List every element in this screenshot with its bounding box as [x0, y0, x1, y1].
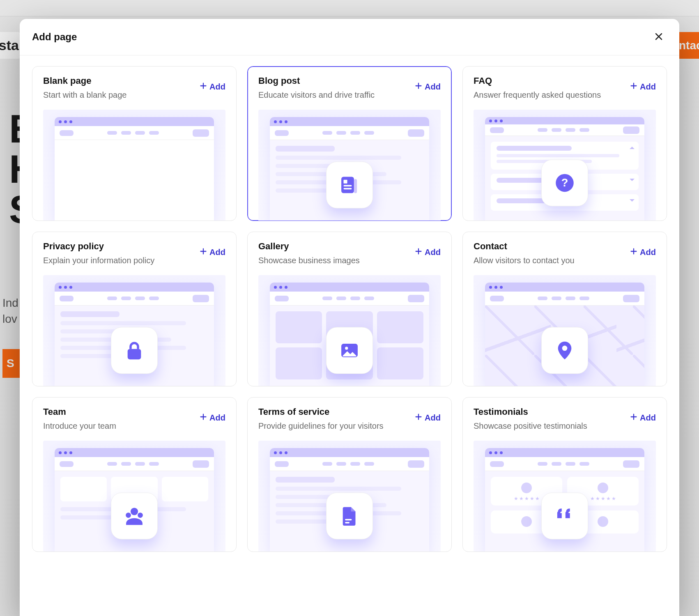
- card-text: FAQAnswer frequently asked questions: [474, 76, 601, 101]
- preview-icon-chip: [326, 161, 373, 208]
- preview-icon-chip: ?: [541, 159, 588, 206]
- doc-icon: [337, 503, 362, 528]
- template-card[interactable]: Blank pageStart with a blank pageAdd: [32, 66, 237, 221]
- card-subtitle: Educate visitors and drive traffic: [258, 90, 375, 101]
- preview-nav: [55, 457, 214, 471]
- template-card[interactable]: TeamIntroduce your teamAdd: [32, 397, 237, 552]
- card-text: Blog postEducate visitors and drive traf…: [258, 76, 375, 101]
- add-label: Add: [209, 413, 225, 423]
- preview-titlebar: [55, 117, 214, 126]
- template-card[interactable]: ContactAllow visitors to contact youAdd: [462, 232, 667, 386]
- template-card[interactable]: FAQAnswer frequently asked questionsAdd?: [462, 66, 667, 221]
- add-button[interactable]: Add: [199, 81, 225, 92]
- quote-icon: [552, 503, 577, 528]
- preview-icon-chip: [541, 327, 588, 374]
- template-card[interactable]: Terms of serviceProvide guidelines for y…: [247, 397, 452, 552]
- svg-point-11: [131, 508, 138, 515]
- add-button[interactable]: Add: [629, 412, 656, 423]
- template-card[interactable]: Blog postEducate visitors and drive traf…: [247, 66, 452, 221]
- plus-icon: [414, 412, 423, 423]
- card-title: Team: [43, 407, 116, 417]
- card-subtitle: Showcase positive testimonials: [474, 421, 587, 432]
- add-page-modal: Add page Blank pageStart with a blank pa…: [20, 19, 679, 616]
- plus-icon: [414, 81, 423, 92]
- lock-icon: [122, 338, 147, 363]
- template-card[interactable]: Privacy policyExplain your information p…: [32, 232, 237, 386]
- card-title: Blog post: [258, 76, 375, 86]
- plus-icon: [414, 247, 423, 258]
- card-subtitle: Allow visitors to contact you: [474, 255, 575, 266]
- svg-point-10: [562, 346, 568, 351]
- add-label: Add: [640, 248, 656, 257]
- card-head: GalleryShowcase business imagesAdd: [258, 241, 441, 266]
- modal-title: Add page: [32, 31, 77, 43]
- image-icon: [337, 338, 362, 363]
- svg-rect-3: [344, 188, 352, 190]
- plus-icon: [629, 247, 638, 258]
- svg-point-12: [126, 513, 131, 518]
- plus-icon: [629, 412, 638, 423]
- add-button[interactable]: Add: [629, 247, 656, 258]
- card-preview: [474, 275, 656, 386]
- card-head: Terms of serviceProvide guidelines for y…: [258, 407, 441, 432]
- preview-browser: [55, 283, 214, 386]
- card-preview: [43, 275, 225, 386]
- card-subtitle: Showcase business images: [258, 255, 360, 266]
- svg-rect-2: [344, 185, 352, 186]
- add-button[interactable]: Add: [199, 412, 225, 423]
- card-preview: ★★★★★★★★★★: [474, 441, 656, 552]
- card-subtitle: Explain your information policy: [43, 255, 154, 266]
- svg-rect-15: [345, 522, 350, 524]
- blog-icon: [337, 172, 362, 197]
- add-button[interactable]: Add: [199, 247, 225, 258]
- add-button[interactable]: Add: [629, 81, 656, 92]
- plus-icon: [629, 81, 638, 92]
- plus-icon: [199, 247, 208, 258]
- card-head: Privacy policyExplain your information p…: [43, 241, 225, 266]
- add-button[interactable]: Add: [414, 81, 441, 92]
- add-label: Add: [425, 82, 441, 92]
- card-title: Blank page: [43, 76, 126, 86]
- preview-browser: [485, 283, 644, 386]
- card-text: Privacy policyExplain your information p…: [43, 241, 154, 266]
- preview-titlebar: [55, 448, 214, 457]
- preview-icon-chip: [326, 492, 373, 539]
- card-subtitle: Start with a blank page: [43, 90, 126, 101]
- preview-titlebar: [270, 448, 429, 457]
- card-preview: [43, 110, 225, 221]
- template-card[interactable]: TestimonialsShowcase positive testimonia…: [462, 397, 667, 552]
- card-preview: ?: [474, 110, 656, 221]
- card-head: ContactAllow visitors to contact youAdd: [474, 241, 656, 266]
- add-button[interactable]: Add: [414, 247, 441, 258]
- add-label: Add: [425, 248, 441, 257]
- card-subtitle: Answer frequently asked questions: [474, 90, 601, 101]
- add-button[interactable]: Add: [414, 412, 441, 423]
- card-preview: [258, 275, 441, 386]
- card-text: TestimonialsShowcase positive testimonia…: [474, 407, 587, 432]
- modal-body[interactable]: Blank pageStart with a blank pageAddBlog…: [20, 55, 679, 616]
- preview-browser: [270, 283, 429, 386]
- faq-icon: ?: [552, 170, 577, 195]
- card-preview: [43, 441, 225, 552]
- add-label: Add: [640, 413, 656, 423]
- preview-icon-chip: [111, 327, 158, 374]
- preview-titlebar: [270, 117, 429, 126]
- template-card[interactable]: GalleryShowcase business imagesAdd: [247, 232, 452, 386]
- svg-text:?: ?: [561, 176, 568, 189]
- card-title: Gallery: [258, 241, 360, 252]
- card-text: Blank pageStart with a blank page: [43, 76, 126, 101]
- preview-icon-chip: [326, 327, 373, 374]
- preview-nav: [270, 292, 429, 306]
- card-title: FAQ: [474, 76, 601, 86]
- preview-browser: [270, 117, 429, 221]
- preview-icon-chip: [111, 492, 158, 539]
- preview-nav: [485, 457, 644, 471]
- card-text: Terms of serviceProvide guidelines for y…: [258, 407, 384, 432]
- template-grid: Blank pageStart with a blank pageAddBlog…: [32, 66, 667, 552]
- preview-nav: [55, 126, 214, 140]
- add-label: Add: [209, 248, 225, 257]
- preview-browser: ?: [485, 117, 644, 221]
- add-label: Add: [640, 82, 656, 92]
- close-button[interactable]: [651, 29, 667, 45]
- card-title: Testimonials: [474, 407, 587, 417]
